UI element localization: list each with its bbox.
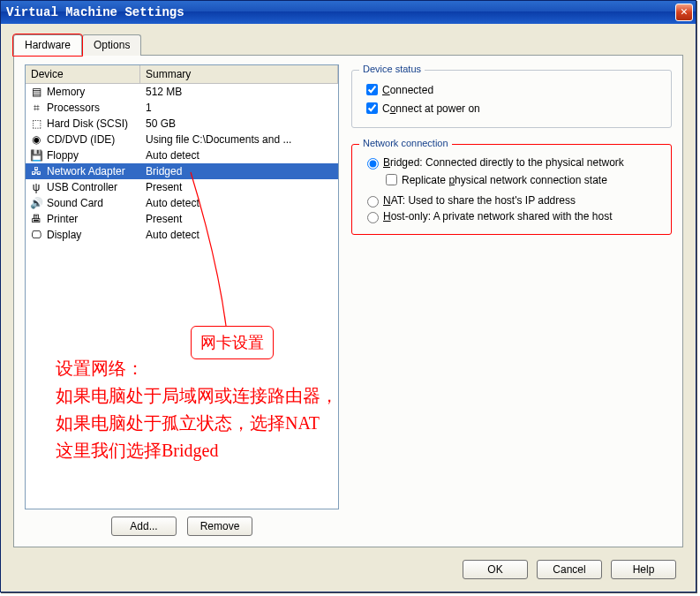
device-name: Floppy [47,149,79,162]
floppy-icon: 💾 [29,148,43,162]
table-row[interactable]: ⬚Hard Disk (SCSI)50 GB [26,116,338,132]
nat-radio[interactable] [367,196,379,207]
device-name: USB Controller [47,181,117,193]
device-buttons: Add... Remove [25,517,339,536]
tab-pane: Device Summary ▤Memory512 MB⌗Processors1… [13,55,683,547]
table-row[interactable]: 🖵DisplayAuto detect [26,227,338,243]
window-title: Virtual Machine Settings [6,5,184,19]
replicate-checkbox-row[interactable]: Replicate physical network connection st… [382,171,662,188]
memory-icon: ▤ [29,85,43,99]
device-name: Network Adapter [47,165,125,177]
table-row[interactable]: ▤Memory512 MB [26,84,338,100]
bridged-radio[interactable] [367,158,379,170]
hostonly-radio[interactable] [367,212,379,223]
device-summary: 1 [140,102,338,114]
device-name: CD/DVD (IDE) [47,133,115,146]
hostonly-radio-row[interactable]: Host-only: A private network shared with… [363,209,662,223]
usb-icon: ψ [29,180,43,194]
cpu-icon: ⌗ [29,101,43,115]
device-name: Hard Disk (SCSI) [47,117,128,130]
annotation-note: 设置网络： 如果电脑处于局域网或连接路由器，选择Bridged 如果电脑处于孤立… [56,355,339,464]
device-status-legend: Device status [359,64,425,74]
device-status-group: Device status Connected Connect at power… [351,70,672,128]
device-summary: Auto detect [140,149,338,162]
connect-at-power-on-label: Connect at power on [382,102,480,115]
device-column: Device Summary ▤Memory512 MB⌗Processors1… [25,64,339,536]
device-summary: Bridged [140,165,338,177]
help-button-label: Help [633,563,655,576]
table-row[interactable]: 💾FloppyAuto detect [26,147,338,163]
remove-button[interactable]: Remove [187,517,252,536]
tab-hardware-label: Hardware [25,39,71,51]
device-summary: Using file C:\Documents and ... [140,133,338,146]
tab-options[interactable]: Options [82,34,141,56]
replicate-label: Replicate physical network connection st… [402,174,607,186]
nic-icon: 🖧 [29,164,43,178]
table-row[interactable]: ⌗Processors1 [26,100,338,116]
connect-at-power-on-checkbox[interactable] [366,102,378,114]
device-rows: ▤Memory512 MB⌗Processors1⬚Hard Disk (SCS… [26,84,338,243]
device-name: Display [47,229,81,241]
network-connection-group: Network connection Bridged: Connected di… [351,144,672,235]
cancel-button-label: Cancel [553,563,585,576]
table-row[interactable]: 🖧Network AdapterBridged [26,163,338,179]
tab-hardware[interactable]: Hardware [13,34,82,56]
bridged-radio-row[interactable]: Bridged: Connected directly to the physi… [363,155,662,170]
cancel-button[interactable]: Cancel [537,560,602,579]
table-row[interactable]: ◉CD/DVD (IDE)Using file C:\Documents and… [26,132,338,147]
device-summary: Auto detect [140,229,338,241]
ok-button-label: OK [487,563,502,576]
tab-strip: Hardware Options [13,34,683,56]
device-summary: Present [140,181,338,193]
client-area: Hardware Options Device Summary ▤Memory5… [1,24,696,592]
header-summary[interactable]: Summary [140,65,338,83]
device-name: Processors [47,102,100,114]
details-column: Device status Connected Connect at power… [351,64,672,536]
table-row[interactable]: 🔊Sound CardAuto detect [26,195,338,211]
cd-icon: ◉ [29,132,43,147]
network-connection-legend: Network connection [359,138,452,148]
note-line-2: 如果电脑处于局域网或连接路由器，选择Bridged [56,382,339,410]
table-row[interactable]: 🖶PrinterPresent [26,211,338,227]
device-summary: 512 MB [140,86,338,98]
header-device[interactable]: Device [26,65,140,83]
nat-label: NAT: Used to share the host's IP address [383,194,576,207]
device-summary: Auto detect [140,197,338,209]
bridged-label: Bridged: Connected directly to the physi… [383,156,624,169]
nat-radio-row[interactable]: NAT: Used to share the host's IP address [363,193,662,207]
device-name: Printer [47,213,78,225]
printer-icon: 🖶 [29,212,43,226]
sound-icon: 🔊 [29,196,43,210]
connected-checkbox[interactable] [366,84,378,95]
annotation-callout: 网卡设置 [191,326,274,359]
connected-label: Connected [382,84,433,96]
replicate-checkbox[interactable] [386,174,397,185]
hostonly-label: Host-only: A private network shared with… [383,210,612,223]
add-button-label: Add... [130,520,157,532]
device-name: Memory [47,86,85,98]
annotation-callout-label: 网卡设置 [200,334,264,351]
device-name: Sound Card [47,197,103,209]
remove-button-label: Remove [200,520,240,532]
device-list[interactable]: Device Summary ▤Memory512 MB⌗Processors1… [25,64,339,509]
add-button[interactable]: Add... [111,517,177,536]
connected-checkbox-row[interactable]: Connected [363,81,662,98]
note-line-3: 如果电脑处于孤立状态，选择NAT [56,410,339,437]
ok-button[interactable]: OK [463,560,528,579]
settings-window: Virtual Machine Settings ✕ Hardware Opti… [0,0,696,592]
device-list-header: Device Summary [26,65,338,84]
table-row[interactable]: ψUSB ControllerPresent [26,179,338,195]
disk-icon: ⬚ [29,117,43,131]
note-line-4: 这里我们选择Bridged [56,437,339,464]
tab-options-label: Options [94,39,130,51]
display-icon: 🖵 [29,228,43,242]
help-button[interactable]: Help [611,560,676,579]
dialog-buttons: OK Cancel Help [463,560,676,579]
close-icon[interactable]: ✕ [675,4,693,21]
device-summary: Present [140,213,338,225]
device-summary: 50 GB [140,117,338,130]
titlebar[interactable]: Virtual Machine Settings ✕ [1,1,696,24]
connect-at-power-on-row[interactable]: Connect at power on [363,100,662,117]
